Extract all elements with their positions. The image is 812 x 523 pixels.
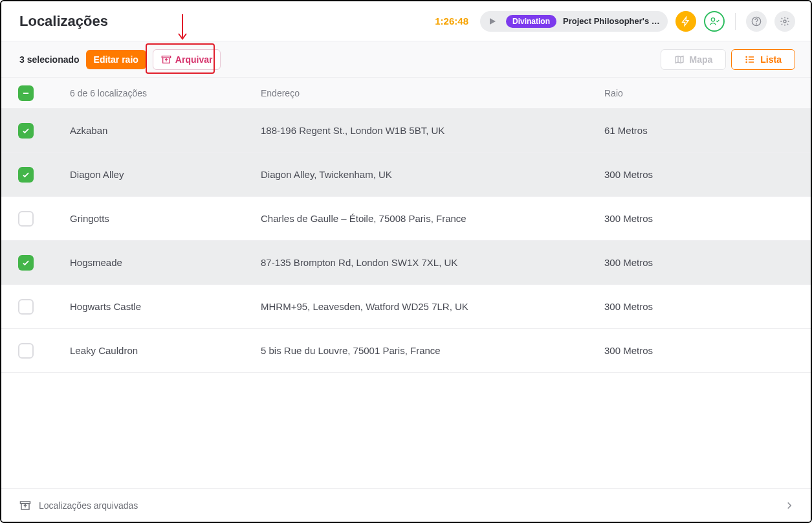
edit-radius-button[interactable]: Editar raio (86, 50, 146, 69)
bolt-button[interactable] (675, 11, 696, 32)
toolbar: 3 selecionado Editar raio Arquivar Mapa (1, 41, 811, 78)
locations-table: 6 de 6 localizações Endereço Raio Azkaba… (1, 78, 811, 488)
view-toggle: Mapa Lista (661, 49, 795, 70)
table-row[interactable]: Gringotts Charles de Gaulle – Étoile, 75… (1, 197, 811, 241)
help-button[interactable] (746, 11, 767, 32)
table-row[interactable]: Diagon Alley Diagon Alley, Twickenham, U… (1, 153, 811, 197)
row-name: Hogwarts Castle (70, 301, 261, 312)
header-divider (735, 13, 736, 30)
row-checkbox[interactable] (18, 167, 34, 183)
select-all-checkbox[interactable] (18, 85, 34, 101)
list-icon (745, 54, 755, 65)
table-row[interactable]: Azkaban 188-196 Regent St., London W1B 5… (1, 109, 811, 153)
row-name: Azkaban (70, 125, 261, 136)
row-radius: 61 Metros (604, 125, 795, 136)
play-icon[interactable] (485, 14, 499, 28)
table-row[interactable]: Hogwarts Castle MHRM+95, Leavesden, Watf… (1, 285, 811, 329)
row-address: Charles de Gaulle – Étoile, 75008 Paris,… (261, 213, 604, 224)
row-checkbox[interactable] (18, 211, 34, 227)
timer-player: Divination Project Philosopher's St... (480, 11, 668, 32)
svg-point-0 (711, 17, 714, 21)
page-title: Localizações (19, 13, 108, 30)
row-checkbox[interactable] (18, 343, 34, 359)
view-map-label: Mapa (690, 54, 713, 65)
user-check-icon (709, 16, 719, 27)
row-name: Leaky Cauldron (70, 345, 261, 356)
table-head: 6 de 6 localizações Endereço Raio (1, 78, 811, 109)
row-radius: 300 Metros (604, 301, 795, 312)
svg-point-6 (746, 61, 747, 62)
row-address: 87-135 Brompton Rd, London SW1X 7XL, UK (261, 257, 604, 268)
table-row[interactable]: Leaky Cauldron 5 bis Rue du Louvre, 7500… (1, 329, 811, 373)
archive-button-label: Arquivar (175, 54, 213, 65)
archived-locations-button[interactable]: Localizações arquivadas (19, 500, 138, 511)
user-check-button[interactable] (704, 11, 725, 32)
selected-count: 3 selecionado (19, 54, 80, 65)
col-count: 6 de 6 localizações (70, 88, 261, 98)
row-address: Diagon Alley, Twickenham, UK (261, 169, 604, 180)
app-header: Localizações 1:26:48 Divination Project … (1, 1, 811, 41)
row-name: Diagon Alley (70, 169, 261, 180)
map-icon (674, 54, 685, 65)
row-name: Gringotts (70, 213, 261, 224)
chevron-right-icon[interactable] (784, 500, 795, 511)
svg-point-4 (746, 56, 747, 57)
help-icon (751, 16, 762, 27)
row-address: 5 bis Rue du Louvre, 75001 Paris, France (261, 345, 604, 356)
timer-display: 1:26:48 (435, 16, 468, 27)
svg-point-2 (756, 23, 757, 24)
bolt-icon (681, 16, 691, 27)
row-name: Hogsmeade (70, 257, 261, 268)
row-radius: 300 Metros (604, 257, 795, 268)
table-body: Azkaban 188-196 Regent St., London W1B 5… (1, 109, 811, 373)
player-tag[interactable]: Divination (506, 15, 556, 28)
col-address: Endereço (261, 88, 604, 98)
row-radius: 300 Metros (604, 345, 795, 356)
row-address: MHRM+95, Leavesden, Watford WD25 7LR, UK (261, 301, 604, 312)
header-right: 1:26:48 Divination Project Philosopher's… (435, 11, 795, 32)
archive-icon (161, 54, 171, 65)
svg-point-5 (746, 59, 747, 60)
view-list-button[interactable]: Lista (731, 49, 795, 70)
archive-box-icon (19, 500, 31, 511)
col-radius: Raio (604, 88, 795, 98)
row-checkbox[interactable] (18, 123, 34, 139)
settings-icon (780, 16, 790, 27)
settings-button[interactable] (774, 11, 795, 32)
row-checkbox[interactable] (18, 299, 34, 315)
view-map-button[interactable]: Mapa (661, 49, 727, 70)
table-row[interactable]: Hogsmeade 87-135 Brompton Rd, London SW1… (1, 241, 811, 285)
row-address: 188-196 Regent St., London W1B 5BT, UK (261, 125, 604, 136)
archived-locations-label: Localizações arquivadas (39, 500, 138, 511)
svg-point-3 (784, 20, 786, 23)
row-checkbox[interactable] (18, 255, 34, 271)
view-list-label: Lista (760, 54, 782, 65)
footer: Localizações arquivadas (1, 488, 811, 522)
archive-button[interactable]: Arquivar (153, 49, 221, 70)
row-radius: 300 Metros (604, 169, 795, 180)
player-project[interactable]: Project Philosopher's St... (563, 16, 660, 26)
row-radius: 300 Metros (604, 213, 795, 224)
